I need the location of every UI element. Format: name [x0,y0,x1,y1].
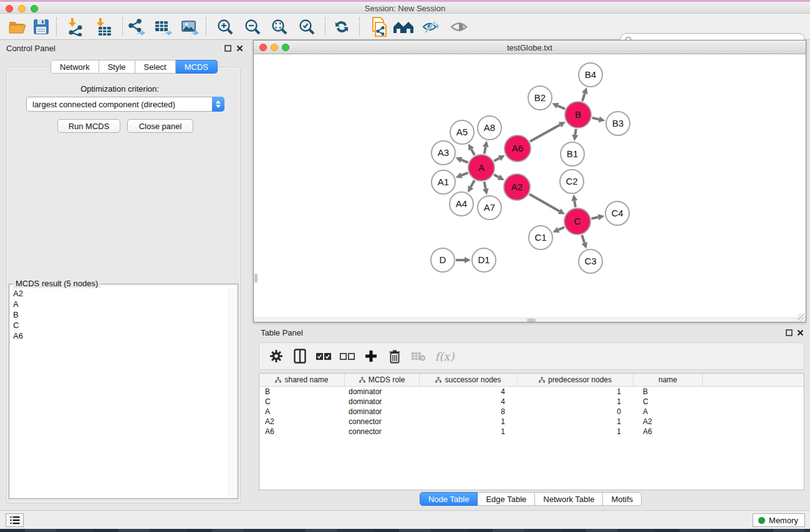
tab-mcds[interactable]: MCDS [176,60,218,74]
graph-node-A6[interactable]: A6 [504,135,531,162]
tab-select[interactable]: Select [135,60,176,74]
criterion-dropdown[interactable]: largest connected component (directed) [26,97,224,112]
graph-node-B2[interactable]: B2 [528,86,552,110]
graph-node-C4[interactable]: C4 [605,201,629,225]
zoom-in-button[interactable] [215,17,236,37]
graph-edge-C-C4[interactable] [592,217,599,218]
graph-edge-A-A1[interactable] [461,173,468,175]
graph-edge-C-C2[interactable] [574,201,576,208]
hide-graphics-details-button[interactable] [420,17,441,37]
tab-motifs[interactable]: Motifs [603,492,642,506]
function-builder-button[interactable]: f(x) [430,345,459,367]
graph-node-C3[interactable]: C3 [579,249,602,273]
table-row[interactable]: Adominator80A [259,407,804,417]
graph-node-B[interactable]: B [565,102,591,128]
zoom-fit-button[interactable] [269,17,290,37]
table-header-row[interactable]: shared nameMCDS rolesuccessor nodesprede… [259,374,804,387]
graph-node-B3[interactable]: B3 [606,112,630,135]
table-settings-button[interactable] [264,345,288,367]
graph-edge-B-B2[interactable] [557,106,565,109]
first-neighbors-button[interactable] [393,17,414,37]
graph-edge-A-A2[interactable] [494,175,499,177]
delete-table-button[interactable] [407,345,430,367]
graph-node-D[interactable]: D [431,248,455,272]
select-all-button[interactable] [312,345,335,367]
graph-node-D1[interactable]: D1 [472,248,496,272]
graph-node-A[interactable]: A [468,155,494,181]
mcds-result-item[interactable]: B [11,309,228,320]
graph-node-A7[interactable]: A7 [478,196,501,220]
table-row[interactable]: Bdominator41B [259,387,804,397]
tab-node-table[interactable]: Node Table [420,492,478,506]
close-panel-icon[interactable] [236,45,243,52]
graph-edge-A-A4[interactable] [471,180,475,187]
graph-edge-B-B3[interactable] [592,118,599,120]
tab-network[interactable]: Network [51,60,99,74]
close-table-panel-icon[interactable] [797,329,804,336]
graph-node-B4[interactable]: B4 [579,63,602,87]
save-session-button[interactable] [31,17,52,37]
float-panel-icon[interactable] [224,45,231,52]
network-horizontal-scrollbar-thumb[interactable] [527,319,536,322]
mcds-result-list[interactable]: A2ABCA6 [11,288,228,497]
mcds-result-item[interactable]: A2 [11,288,228,299]
column-header-name[interactable]: name [634,374,703,386]
node-table[interactable]: shared nameMCDS rolesuccessor nodesprede… [259,373,804,490]
import-network-button[interactable] [65,17,86,37]
memory-button[interactable]: Memory [753,513,805,527]
delete-columns-button[interactable] [383,345,407,367]
tab-network-table[interactable]: Network Table [535,492,603,506]
open-session-button[interactable] [7,17,28,37]
column-header-MCDS-role[interactable]: MCDS role [345,374,420,386]
column-header-successor-nodes[interactable]: successor nodes [420,374,518,386]
run-mcds-button[interactable]: Run MCDS [57,119,120,133]
graph-node-C[interactable]: C [564,208,591,235]
graph-edge-A-A6[interactable] [494,158,499,162]
export-image-button[interactable] [179,17,200,37]
show-columns-button[interactable] [288,345,312,367]
mcds-result-item[interactable]: A [11,299,228,309]
close-panel-button[interactable]: Close panel [127,119,193,133]
tab-style[interactable]: Style [99,60,135,74]
table-row[interactable]: A6connector11A6 [259,427,804,437]
task-history-button[interactable] [6,513,24,527]
graph-edge-C-C1[interactable] [558,227,564,230]
graph-edge-A-A3[interactable] [461,160,468,162]
column-header-shared-name[interactable]: shared name [259,374,345,386]
column-header-predecessor-nodes[interactable]: predecessor nodes [518,374,634,386]
mcds-result-item[interactable]: C [11,320,228,331]
graph-edge-B-B1[interactable] [575,129,576,135]
graph-edge-A6-B[interactable] [530,125,560,142]
export-network-button[interactable] [126,17,147,37]
network-window-titlebar[interactable]: testGlobe.txt [254,41,806,54]
deselect-all-button[interactable] [335,345,359,367]
graph-node-B1[interactable]: B1 [561,142,584,166]
export-table-button[interactable] [152,17,173,37]
graph-node-A2[interactable]: A2 [504,174,530,200]
graph-edge-B-B4[interactable] [582,94,585,101]
tab-edge-table[interactable]: Edge Table [478,492,535,506]
graph-node-A3[interactable]: A3 [432,141,455,165]
duplicate-network-button[interactable] [369,17,390,37]
graph-node-A1[interactable]: A1 [432,170,455,194]
graph-node-A4[interactable]: A4 [450,192,473,216]
create-column-button[interactable] [359,345,383,367]
graph-node-A8[interactable]: A8 [478,116,501,140]
table-row[interactable]: A2connector11A2 [259,417,804,427]
mcds-result-scrollbar[interactable] [228,288,236,497]
table-row[interactable]: Cdominator41C [259,397,804,407]
graph-node-C1[interactable]: C1 [529,226,552,249]
zoom-selected-button[interactable] [296,17,317,37]
graph-edge-A-A5[interactable] [471,149,475,155]
graph-edge-A2-C[interactable] [529,194,559,211]
network-horizontal-scrollbar[interactable] [254,317,806,322]
mcds-result-item[interactable]: A6 [11,331,228,341]
graph-edge-A-A7[interactable] [485,182,486,189]
float-table-panel-icon[interactable] [786,329,793,336]
zoom-out-button[interactable] [242,17,263,37]
show-graphics-details-button[interactable] [448,17,470,37]
network-vertical-scrollbar-thumb[interactable] [254,274,258,283]
graph-edge-C-C3[interactable] [582,235,584,243]
refresh-layout-button[interactable] [331,17,352,37]
graph-edge-A-A8[interactable] [485,147,486,153]
